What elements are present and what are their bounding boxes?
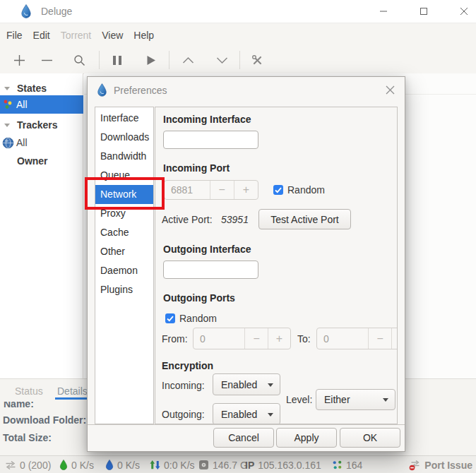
ip-value: 105.163.0.161 <box>258 460 321 471</box>
spinner-decrement-button[interactable]: − <box>368 328 391 349</box>
free-space-value: 146.7 G <box>213 460 248 471</box>
spinner-decrement-button[interactable]: − <box>210 181 234 199</box>
maximize-button[interactable] <box>408 0 439 23</box>
sidebar-states-header[interactable]: States <box>0 80 83 97</box>
encryption-incoming-label: Incoming: <box>162 380 205 391</box>
globe-icon <box>2 137 13 148</box>
outgoing-random-checkbox[interactable] <box>165 313 175 323</box>
add-torrent-button[interactable] <box>9 49 29 71</box>
tools-icon <box>251 54 263 66</box>
minimize-button[interactable] <box>368 0 399 23</box>
category-bandwidth[interactable]: Bandwidth <box>95 147 153 166</box>
port-issue-status[interactable]: Port Issue <box>409 458 472 472</box>
incoming-interface-input[interactable] <box>163 131 258 149</box>
outgoing-interface-input[interactable] <box>163 261 258 279</box>
encryption-incoming-value: Enabled <box>221 379 257 390</box>
connections-status[interactable]: 0 (200) <box>5 458 51 472</box>
from-value[interactable]: 0 <box>194 328 244 349</box>
pause-torrent-button[interactable] <box>107 49 127 71</box>
to-value[interactable]: 0 <box>317 328 368 349</box>
encryption-level-value: Either <box>324 394 350 405</box>
outgoing-ports-label: Outgoing Ports <box>163 292 235 304</box>
check-icon <box>275 187 282 193</box>
incoming-random-label: Random <box>287 184 325 196</box>
category-network[interactable]: Network <box>95 185 153 204</box>
all-trackers-label: All <box>16 137 28 148</box>
encryption-level-dropdown[interactable]: Either <box>316 389 395 410</box>
apply-button[interactable]: Apply <box>276 428 337 448</box>
menu-help[interactable]: Help <box>133 30 154 41</box>
sidebar-trackers-header[interactable]: Trackers <box>0 116 83 133</box>
connections-icon <box>5 460 16 470</box>
encryption-incoming-dropdown[interactable]: Enabled <box>213 373 280 395</box>
category-daemon[interactable]: Daemon <box>95 261 153 280</box>
outgoing-random-label: Random <box>179 313 217 324</box>
cancel-button[interactable]: Cancel <box>213 428 274 448</box>
close-button[interactable] <box>448 0 476 23</box>
menu-file[interactable]: File <box>6 30 23 41</box>
play-icon <box>146 55 156 66</box>
tab-status[interactable]: Status <box>15 385 43 397</box>
incoming-random-checkbox[interactable] <box>273 185 283 195</box>
category-cache[interactable]: Cache <box>95 223 153 242</box>
toolbar-separator <box>99 51 100 69</box>
chevron-up-icon <box>182 56 194 64</box>
status-bar: 0 (200) 0 K/s 0 K/s 0:0 K/s 146.7 G IP 1… <box>0 455 476 473</box>
sidebar-item-all-trackers[interactable]: All <box>0 134 83 151</box>
spinner-decrement-button[interactable]: − <box>244 328 267 349</box>
ok-button[interactable]: OK <box>340 428 400 448</box>
outgoing-interface-label: Outgoing Interface <box>163 244 251 255</box>
tab-details[interactable]: Details <box>57 385 88 397</box>
test-active-port-button[interactable]: Test Active Port <box>258 209 351 229</box>
sidebar-item-all-states[interactable]: All <box>0 95 83 114</box>
encryption-outgoing-value: Enabled <box>221 409 257 420</box>
queue-up-button[interactable] <box>178 49 198 71</box>
category-plugins[interactable]: Plugins <box>95 280 153 299</box>
upload-rate-value: 0 K/s <box>117 460 140 471</box>
connections-value: 0 (200) <box>20 460 51 471</box>
network-settings-panel: Incoming Interface Incoming Port 6881 − … <box>155 107 398 424</box>
collapse-caret-icon <box>4 124 10 127</box>
encryption-label: Encryption <box>162 360 213 371</box>
encryption-outgoing-dropdown[interactable]: Enabled <box>213 403 280 424</box>
remove-torrent-button[interactable] <box>37 49 56 71</box>
dropdown-caret-icon <box>268 383 273 387</box>
chevron-down-icon <box>216 56 228 64</box>
dropdown-caret-icon <box>383 398 388 402</box>
port-issue-label: Port Issue <box>424 460 472 471</box>
encryption-outgoing-label: Outgoing: <box>162 409 205 420</box>
external-ip-status: IP 105.163.0.161 <box>245 458 321 472</box>
incoming-port-label: Incoming Port <box>163 162 230 174</box>
preferences-button[interactable] <box>247 49 267 71</box>
download-rate-status[interactable]: 0 K/s <box>59 458 94 472</box>
dialog-close-button[interactable] <box>385 85 395 95</box>
menu-view[interactable]: View <box>102 30 123 41</box>
total-size-label: Total Size: <box>3 432 52 443</box>
spinner-increment-button[interactable]: + <box>391 328 398 349</box>
spinner-increment-button[interactable]: + <box>268 328 290 349</box>
ip-label: IP <box>245 460 254 471</box>
upload-rate-status[interactable]: 0 K/s <box>105 458 140 472</box>
menu-edit[interactable]: Edit <box>33 30 50 41</box>
category-proxy[interactable]: Proxy <box>95 204 153 223</box>
category-other[interactable]: Other <box>95 242 153 261</box>
filter-sidebar: States All Trackers All <box>0 73 83 378</box>
dht-nodes-icon <box>332 460 343 470</box>
incoming-port-spinner: 6881 − + <box>164 180 258 200</box>
sidebar-owner-header[interactable]: Owner <box>0 152 83 169</box>
spinner-increment-button[interactable]: + <box>234 181 258 199</box>
deluge-logo-icon <box>20 4 32 18</box>
category-queue[interactable]: Queue <box>95 166 153 185</box>
menu-bar: File Edit Torrent View Help <box>0 23 476 47</box>
filter-search-button[interactable] <box>69 49 89 71</box>
incoming-port-value[interactable]: 6881 <box>165 181 210 199</box>
states-all-icon <box>2 99 13 110</box>
download-folder-label: Download Folder: <box>3 414 86 426</box>
all-states-label: All <box>16 99 28 110</box>
queue-down-button[interactable] <box>212 49 232 71</box>
category-interface[interactable]: Interface <box>95 109 153 128</box>
dht-nodes-value: 164 <box>346 460 362 471</box>
resume-torrent-button[interactable] <box>141 49 161 71</box>
owner-label: Owner <box>17 155 48 167</box>
category-downloads[interactable]: Downloads <box>95 128 153 147</box>
